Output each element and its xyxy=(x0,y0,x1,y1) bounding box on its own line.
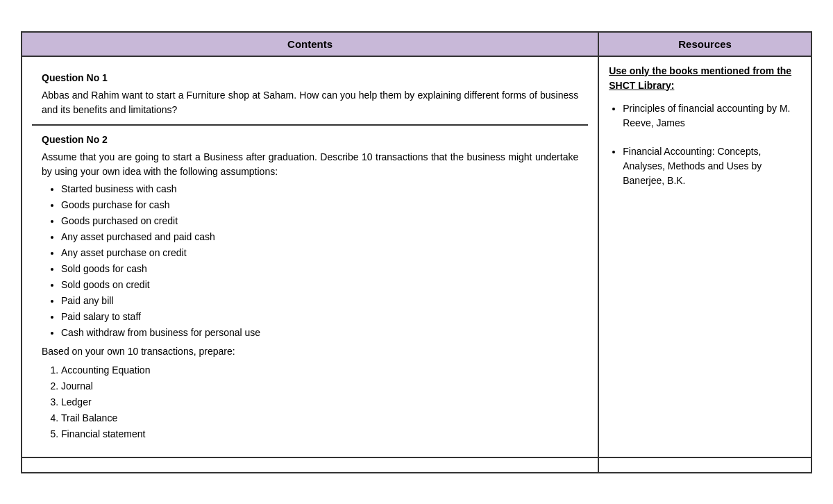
table-header: Contents Resources xyxy=(22,33,811,57)
question2-intro: Assume that you are going to start a Bus… xyxy=(42,150,578,179)
question1-block: Question No 1 Abbas and Rahim want to st… xyxy=(32,64,588,126)
list-item: Started business with cash xyxy=(61,182,578,196)
list-item: Any asset purchase on credit xyxy=(61,246,578,260)
question1-title: Question No 1 xyxy=(42,71,578,85)
bottom-row xyxy=(22,457,811,472)
resource-item: Financial Accounting: Concepts, Analyses… xyxy=(623,144,801,188)
list-item: Goods purchase for cash xyxy=(61,198,578,212)
based-on-text: Based on your own 10 transactions, prepa… xyxy=(42,344,578,359)
contents-header: Contents xyxy=(22,33,599,56)
resources-title: Use only the books mentioned from the SH… xyxy=(609,64,801,93)
list-item: Any asset purchased and paid cash xyxy=(61,230,578,244)
list-item: Journal xyxy=(61,379,578,394)
main-table: Contents Resources Question No 1 Abbas a… xyxy=(21,31,812,473)
list-item: Trail Balance xyxy=(61,411,578,426)
list-item: Sold goods for cash xyxy=(61,262,578,276)
question2-block: Question No 2 Assume that you are going … xyxy=(32,126,588,450)
question2-title: Question No 2 xyxy=(42,133,578,147)
resource-list: Principles of financial accounting by M.… xyxy=(609,101,801,188)
list-item: Paid salary to staff xyxy=(61,310,578,324)
resources-header: Resources xyxy=(599,33,811,56)
bottom-content-cell xyxy=(22,458,599,472)
list-item: Sold goods on credit xyxy=(61,278,578,292)
bullet-list: Started business with cash Goods purchas… xyxy=(42,182,578,340)
list-item: Ledger xyxy=(61,395,578,410)
list-item: Paid any bill xyxy=(61,294,578,308)
list-item: Financial statement xyxy=(61,427,578,442)
table-body: Question No 1 Abbas and Rahim want to st… xyxy=(22,57,811,457)
list-item: Cash withdraw from business for personal… xyxy=(61,326,578,340)
resources-column: Use only the books mentioned from the SH… xyxy=(599,57,811,457)
question1-text: Abbas and Rahim want to start a Furnitur… xyxy=(42,88,578,117)
resource-item: Principles of financial accounting by M.… xyxy=(623,101,801,131)
bottom-resources-cell xyxy=(599,458,811,472)
numbered-list: Accounting Equation Journal Ledger Trail… xyxy=(42,363,578,442)
list-item: Goods purchased on credit xyxy=(61,214,578,228)
content-column: Question No 1 Abbas and Rahim want to st… xyxy=(22,57,599,457)
list-item: Accounting Equation xyxy=(61,363,578,378)
